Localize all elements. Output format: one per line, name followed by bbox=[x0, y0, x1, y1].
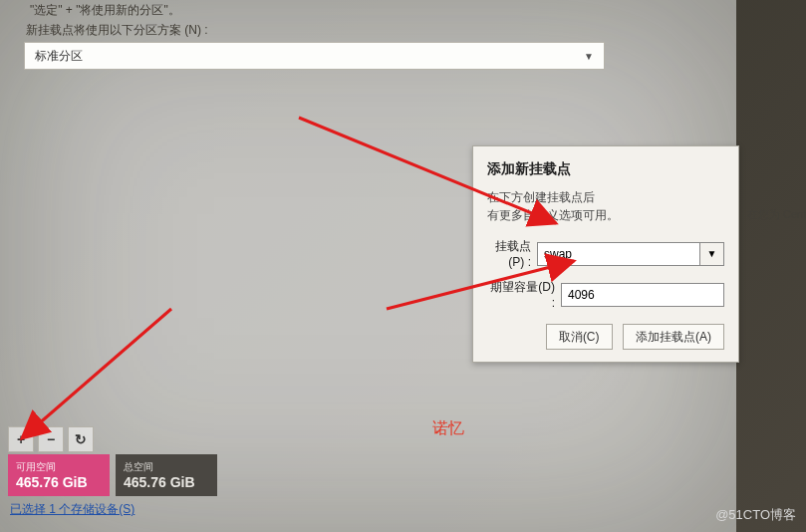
available-space-tile: 可用空间 465.76 GiB bbox=[8, 454, 110, 496]
partition-toolbar: + − ↻ bbox=[8, 426, 98, 452]
add-mountpoint-button[interactable]: + bbox=[8, 426, 34, 452]
total-space-tile: 总空间 465.76 GiB bbox=[116, 454, 217, 496]
available-space-label: 可用空间 bbox=[16, 460, 102, 474]
available-space-value: 465.76 GiB bbox=[16, 474, 102, 490]
annotation-text: 诺忆 bbox=[432, 418, 464, 439]
dialog-title: 添加新挂载点 bbox=[487, 160, 724, 178]
reload-button[interactable]: ↻ bbox=[68, 426, 94, 452]
partition-scheme-value: 标准分区 bbox=[35, 48, 83, 65]
add-mountpoint-dialog: 添加新挂载点 在下方创建挂载点后 有更多自定义选项可用。 挂载点(P) : ▼ … bbox=[472, 145, 739, 363]
remove-mountpoint-button[interactable]: − bbox=[38, 426, 64, 452]
total-space-label: 总空间 bbox=[124, 460, 209, 474]
dialog-subtitle: 在下方创建挂载点后 有更多自定义选项可用。 bbox=[487, 188, 724, 224]
total-space-value: 465.76 GiB bbox=[124, 474, 209, 490]
disk-summary: 可用空间 465.76 GiB 总空间 465.76 GiB bbox=[8, 454, 217, 496]
capacity-label: 期望容量(D) : bbox=[487, 279, 561, 310]
watermark: @51CTO博客 bbox=[715, 506, 796, 524]
hint-line-1: "选定" + "将使用新的分区"。 bbox=[30, 2, 180, 19]
mountpoint-combo[interactable]: ▼ bbox=[537, 242, 724, 266]
add-mountpoint-confirm-button[interactable]: 添加挂载点(A) bbox=[623, 324, 724, 350]
dialog-sub-line1: 在下方创建挂载点后 bbox=[487, 190, 595, 204]
side-hint: 在您为 CentOS 7 安 bbox=[747, 207, 806, 222]
storage-devices-link[interactable]: 已选择 1 个存储设备(S) bbox=[10, 501, 134, 518]
dialog-sub-line2: 有更多自定义选项可用。 bbox=[487, 208, 619, 222]
chevron-down-icon: ▼ bbox=[707, 248, 717, 259]
hint-line-2: 新挂载点将使用以下分区方案 (N) : bbox=[26, 22, 208, 39]
partition-scheme-dropdown[interactable]: 标准分区 ▼ bbox=[24, 42, 605, 70]
chevron-down-icon: ▼ bbox=[584, 51, 594, 62]
mountpoint-dropdown-button[interactable]: ▼ bbox=[700, 242, 724, 266]
mountpoint-label: 挂载点(P) : bbox=[487, 238, 537, 269]
mountpoint-input[interactable] bbox=[537, 242, 700, 266]
capacity-input[interactable] bbox=[561, 283, 724, 307]
cancel-button[interactable]: 取消(C) bbox=[546, 324, 613, 350]
